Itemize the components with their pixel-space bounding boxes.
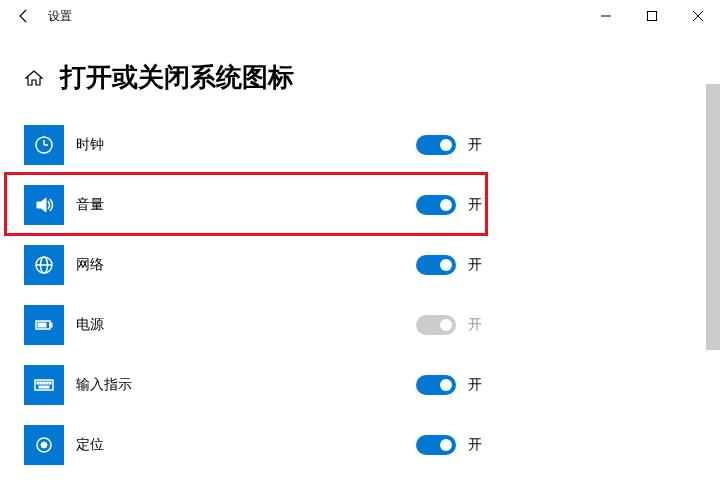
setting-row-power: 电源开 bbox=[24, 295, 697, 355]
setting-row-clock: 时钟开 bbox=[24, 115, 697, 175]
back-arrow-icon bbox=[16, 8, 32, 24]
setting-row-network: 网络开 bbox=[24, 235, 697, 295]
toggle-network[interactable] bbox=[416, 255, 456, 275]
back-button[interactable] bbox=[8, 0, 40, 32]
toggle-state-label: 开 bbox=[468, 376, 482, 394]
svg-rect-1 bbox=[648, 12, 657, 21]
setting-label: 输入指示 bbox=[76, 376, 376, 394]
window-title: 设置 bbox=[48, 8, 72, 25]
svg-rect-19 bbox=[39, 386, 49, 388]
scrollbar[interactable] bbox=[706, 84, 720, 350]
toggle-keyboard[interactable] bbox=[416, 375, 456, 395]
toggle-clock[interactable] bbox=[416, 135, 456, 155]
maximize-icon bbox=[647, 11, 657, 21]
toggle-location[interactable] bbox=[416, 435, 456, 455]
toggle-state-label: 开 bbox=[468, 316, 482, 334]
clock-icon bbox=[24, 125, 64, 165]
toggle-power[interactable] bbox=[416, 315, 456, 335]
home-icon[interactable] bbox=[24, 68, 44, 88]
location-icon bbox=[24, 425, 64, 465]
close-icon bbox=[693, 11, 703, 21]
svg-rect-12 bbox=[38, 323, 46, 327]
setting-row-location: 定位开 bbox=[24, 415, 697, 475]
svg-rect-16 bbox=[43, 382, 45, 384]
setting-label: 音量 bbox=[76, 196, 376, 214]
setting-label: 时钟 bbox=[76, 136, 376, 154]
toggle-state-label: 开 bbox=[468, 136, 482, 154]
network-icon bbox=[24, 245, 64, 285]
close-button[interactable] bbox=[675, 0, 721, 32]
toggle-state-label: 开 bbox=[468, 256, 482, 274]
svg-rect-11 bbox=[50, 323, 52, 327]
volume-icon bbox=[24, 185, 64, 225]
setting-label: 定位 bbox=[76, 436, 376, 454]
keyboard-icon bbox=[24, 365, 64, 405]
setting-row-keyboard: 输入指示开 bbox=[24, 355, 697, 415]
toggle-volume[interactable] bbox=[416, 195, 456, 215]
minimize-icon bbox=[601, 11, 611, 21]
maximize-button[interactable] bbox=[629, 0, 675, 32]
svg-rect-18 bbox=[49, 382, 51, 384]
svg-point-20 bbox=[41, 442, 47, 448]
page-title: 打开或关闭系统图标 bbox=[60, 60, 294, 95]
svg-rect-14 bbox=[37, 382, 39, 384]
minimize-button[interactable] bbox=[583, 0, 629, 32]
setting-row-volume: 音量开 bbox=[24, 175, 697, 235]
toggle-state-label: 开 bbox=[468, 436, 482, 454]
svg-rect-15 bbox=[40, 382, 42, 384]
power-icon bbox=[24, 305, 64, 345]
setting-label: 网络 bbox=[76, 256, 376, 274]
toggle-state-label: 开 bbox=[468, 196, 482, 214]
svg-rect-17 bbox=[46, 382, 48, 384]
setting-label: 电源 bbox=[76, 316, 376, 334]
